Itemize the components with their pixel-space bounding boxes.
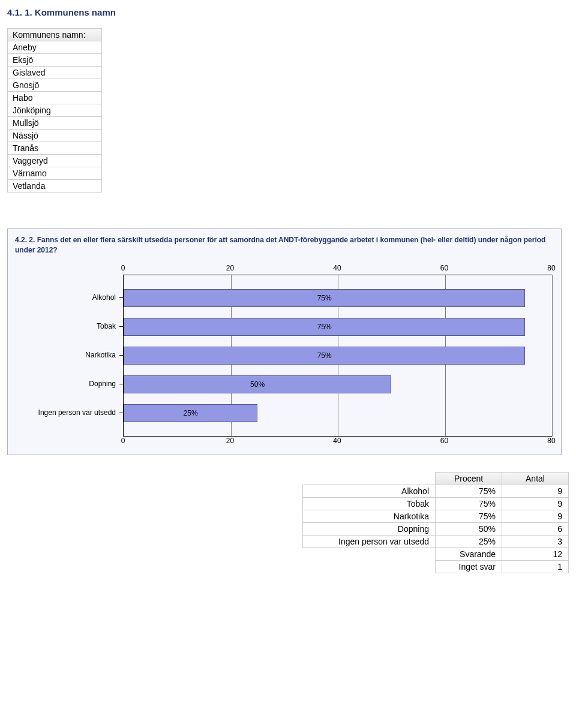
table-row: Vaggeryd [8,155,102,167]
table-row: Gnosjö [8,79,102,92]
axis-tick: 60 [440,437,448,445]
axis-bottom: 020406080 [123,437,551,447]
table-row: Jönköping [8,104,102,117]
table-header: Kommunens namn: [8,29,102,41]
table-row: Nässjö [8,130,102,142]
chart-title: 4.2. 2. Fanns det en eller flera särskil… [15,235,554,255]
category-label: Narkotika [13,341,123,369]
footer-label: Inget svar [436,560,502,573]
section-title: 4.1. 1. Kommunens namn [7,7,569,17]
table-row: Mullsjö [8,117,102,130]
table-row-procent: 25% [436,535,502,547]
footer-label: Svarande [436,547,502,560]
category-label: Alkohol [13,283,123,312]
table-row: Eksjö [8,54,102,67]
chart-container: 4.2. 2. Fanns det en eller flera särskil… [7,228,562,455]
axis-tick: 60 [440,264,448,272]
chart-bar: 75% [124,347,525,365]
footer-value: 1 [502,560,569,573]
table-row-label: Ingen person var utsedd [303,535,436,547]
table-row-procent: 75% [436,485,502,497]
table-row: Gislaved [8,67,102,79]
table-row-antal: 9 [502,510,569,522]
table-row: Vetlanda [8,180,102,192]
axis-tick: 0 [121,437,125,445]
col-header-antal: Antal [502,472,569,485]
table-row-label: Alkohol [303,485,436,497]
table-row-antal: 6 [502,522,569,535]
axis-tick: 20 [226,437,234,445]
plot-area: 75%75%75%50%25% [123,275,553,437]
category-label: Tobak [13,312,123,341]
table-row-antal: 9 [502,485,569,497]
col-header-procent: Procent [436,472,502,485]
table-row: Habo [8,92,102,104]
chart-bar: 50% [124,375,391,393]
category-label: Dopning [13,369,123,398]
axis-tick: 80 [547,437,555,445]
table-row-antal: 3 [502,535,569,547]
table-row: Värnamo [8,167,102,180]
table-row: Tranås [8,142,102,155]
table-row-label: Dopning [303,522,436,535]
table-row-label: Tobak [303,497,436,510]
category-column: AlkoholTobakNarkotikaDopningIngen person… [13,275,123,437]
axis-tick: 20 [226,264,234,272]
axis-tick: 40 [333,437,341,445]
kommun-name-table: Kommunens namn: AnebyEksjöGislavedGnosjö… [7,28,102,192]
axis-tick: 0 [121,264,125,272]
chart-bar: 75% [124,318,525,336]
chart-bar: 75% [124,289,525,307]
axis-top: 020406080 [123,264,551,275]
table-row-procent: 75% [436,497,502,510]
chart-bar: 25% [124,404,257,422]
table-row-procent: 75% [436,510,502,522]
category-label: Ingen person var utsedd [13,398,123,427]
axis-tick: 80 [547,264,555,272]
table-row-antal: 9 [502,497,569,510]
axis-tick: 40 [333,264,341,272]
footer-value: 12 [502,547,569,560]
table-row-label: Narkotika [303,510,436,522]
table-row-procent: 50% [436,522,502,535]
table-row: Aneby [8,41,102,54]
data-table: Procent Antal Alkohol75%9Tobak75%9Narkot… [302,472,569,573]
